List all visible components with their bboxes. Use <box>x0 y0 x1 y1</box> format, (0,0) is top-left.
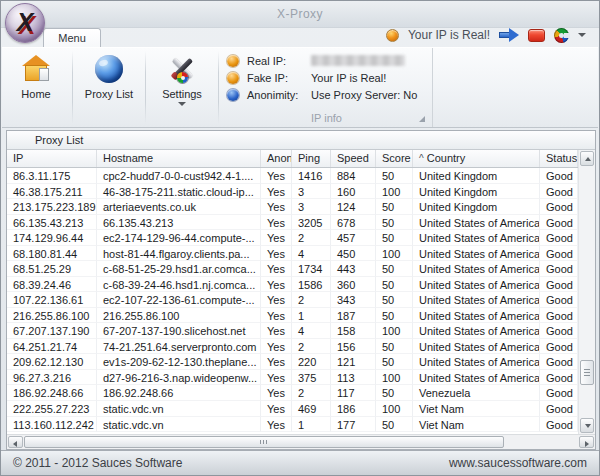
cell-score[interactable]: 50 <box>376 308 413 324</box>
tab-menu[interactable]: Menu <box>43 28 101 47</box>
cell-status[interactable]: Good <box>540 308 578 324</box>
cell-country[interactable]: United States of America <box>413 292 540 308</box>
cell-hostname[interactable]: c-68-39-24-46.hsd1.nj.comca... <box>97 277 261 293</box>
cell-country[interactable]: United Kingdom <box>413 168 540 184</box>
column-header-speed[interactable]: Speed <box>331 150 376 167</box>
cell-ping[interactable]: 1734 <box>292 261 331 277</box>
cell-ping[interactable]: 1 <box>292 417 331 433</box>
cell-ip[interactable]: 107.22.136.61 <box>7 292 97 308</box>
column-header-anon[interactable]: Anon <box>261 150 292 167</box>
cell-anon[interactable]: Yes <box>261 184 292 200</box>
cell-score[interactable]: 50 <box>376 261 413 277</box>
cell-anon[interactable]: Yes <box>261 246 292 262</box>
chevron-down-icon[interactable] <box>578 33 586 37</box>
table-row[interactable]: 68.39.24.46c-68-39-24-46.hsd1.nj.comca..… <box>7 277 578 293</box>
cell-anon[interactable]: Yes <box>261 385 292 401</box>
table-row[interactable]: 68.180.81.44host-81-44.flgaroy.clients.p… <box>7 246 578 262</box>
cell-speed[interactable]: 360 <box>331 277 376 293</box>
cell-score[interactable]: 50 <box>376 385 413 401</box>
cell-ping[interactable]: 2 <box>292 230 331 246</box>
cell-status[interactable]: Good <box>540 184 578 200</box>
cell-country[interactable]: United States of America <box>413 354 540 370</box>
column-header-country[interactable]: ^Country <box>413 150 540 167</box>
titlebar[interactable]: X-Proxy <box>1 1 599 28</box>
home-button[interactable]: Home <box>2 48 70 127</box>
cell-ping[interactable]: 2 <box>292 292 331 308</box>
cell-country[interactable]: United States of America <box>413 261 540 277</box>
cell-ip[interactable]: 222.255.27.223 <box>7 401 97 417</box>
table-row[interactable]: 46.38.175.21146-38-175-211.static.cloud-… <box>7 184 578 200</box>
cell-country[interactable]: United States of America <box>413 370 540 386</box>
cell-anon[interactable]: Yes <box>261 261 292 277</box>
cell-ip[interactable]: 174.129.96.44 <box>7 230 97 246</box>
cell-speed[interactable]: 457 <box>331 230 376 246</box>
cell-status[interactable]: Good <box>540 417 578 433</box>
cell-score[interactable]: 100 <box>376 246 413 262</box>
cell-status[interactable]: Good <box>540 323 578 339</box>
cell-score[interactable]: 50 <box>376 417 413 433</box>
cell-score[interactable]: 50 <box>376 339 413 355</box>
table-row[interactable]: 96.27.3.216d27-96-216-3.nap.wideopenw...… <box>7 370 578 386</box>
cell-speed[interactable]: 124 <box>331 199 376 215</box>
table-row[interactable]: 209.62.12.130ev1s-209-62-12-130.theplane… <box>7 354 578 370</box>
cell-score[interactable]: 100 <box>376 184 413 200</box>
cell-ping[interactable]: 2 <box>292 385 331 401</box>
cell-anon[interactable]: Yes <box>261 401 292 417</box>
cell-ip[interactable]: 68.51.25.29 <box>7 261 97 277</box>
cell-status[interactable]: Good <box>540 385 578 401</box>
cell-speed[interactable]: 158 <box>331 323 376 339</box>
cell-ping[interactable]: 2 <box>292 339 331 355</box>
cell-anon[interactable]: Yes <box>261 230 292 246</box>
cell-ping[interactable]: 3 <box>292 184 331 200</box>
vertical-scrollbar[interactable] <box>578 150 595 434</box>
cell-ping[interactable]: 3205 <box>292 215 331 231</box>
cell-country[interactable]: United States of America <box>413 246 540 262</box>
group-dialog-launcher-icon[interactable] <box>419 116 425 122</box>
cell-ping[interactable]: 1 <box>292 308 331 324</box>
cell-country[interactable]: United States of America <box>413 230 540 246</box>
cell-ip[interactable]: 213.175.223.189 <box>7 199 97 215</box>
table-row[interactable]: 213.175.223.189arteriaevents.co.ukYes312… <box>7 199 578 215</box>
cell-ping[interactable]: 220 <box>292 354 331 370</box>
proxy-list-button[interactable]: Proxy List <box>75 48 143 127</box>
cell-anon[interactable]: Yes <box>261 292 292 308</box>
cell-country[interactable]: Viet Nam <box>413 401 540 417</box>
cell-anon[interactable]: Yes <box>261 168 292 184</box>
cell-anon[interactable]: Yes <box>261 277 292 293</box>
cell-anon[interactable]: Yes <box>261 339 292 355</box>
cell-anon[interactable]: Yes <box>261 199 292 215</box>
cell-anon[interactable]: Yes <box>261 417 292 433</box>
cell-speed[interactable]: 343 <box>331 292 376 308</box>
cell-hostname[interactable]: static.vdc.vn <box>97 401 261 417</box>
cell-ip[interactable]: 96.27.3.216 <box>7 370 97 386</box>
cell-hostname[interactable]: 46-38-175-211.static.cloud-ip... <box>97 184 261 200</box>
cell-ping[interactable]: 1416 <box>292 168 331 184</box>
cell-anon[interactable]: Yes <box>261 215 292 231</box>
column-header-score[interactable]: Score <box>376 150 413 167</box>
cell-anon[interactable]: Yes <box>261 370 292 386</box>
table-row[interactable]: 216.255.86.100216.255.86.100Yes118750Uni… <box>7 308 578 324</box>
cell-hostname[interactable]: ev1s-209-62-12-130.theplane... <box>97 354 261 370</box>
column-header-hostname[interactable]: Hostname <box>97 150 261 167</box>
table-row[interactable]: 67.207.137.19067-207-137-190.slicehost.n… <box>7 323 578 339</box>
browser-icon[interactable] <box>554 28 569 43</box>
cell-speed[interactable]: 117 <box>331 385 376 401</box>
cell-score[interactable]: 50 <box>376 354 413 370</box>
cell-speed[interactable]: 160 <box>331 184 376 200</box>
website-link[interactable]: www.saucessoftware.com <box>449 456 587 470</box>
cell-status[interactable]: Good <box>540 199 578 215</box>
cell-hostname[interactable]: 216.255.86.100 <box>97 308 261 324</box>
vertical-scroll-thumb[interactable] <box>580 360 594 385</box>
horizontal-scrollbar[interactable] <box>7 434 595 449</box>
cell-status[interactable]: Good <box>540 339 578 355</box>
column-header-status[interactable]: Status <box>540 150 578 167</box>
cell-speed[interactable]: 884 <box>331 168 376 184</box>
cell-ip[interactable]: 216.255.86.100 <box>7 308 97 324</box>
cell-hostname[interactable]: 74-21.251.64.serverpronto.com <box>97 339 261 355</box>
cell-speed[interactable]: 177 <box>331 417 376 433</box>
app-menu-orb[interactable]: X X <box>5 3 45 43</box>
cell-score[interactable]: 100 <box>376 401 413 417</box>
cell-hostname[interactable]: host-81-44.flgaroy.clients.pa... <box>97 246 261 262</box>
cell-ping[interactable]: 4 <box>292 246 331 262</box>
table-row[interactable]: 66.135.43.21366.135.43.213Yes320567850Un… <box>7 215 578 231</box>
